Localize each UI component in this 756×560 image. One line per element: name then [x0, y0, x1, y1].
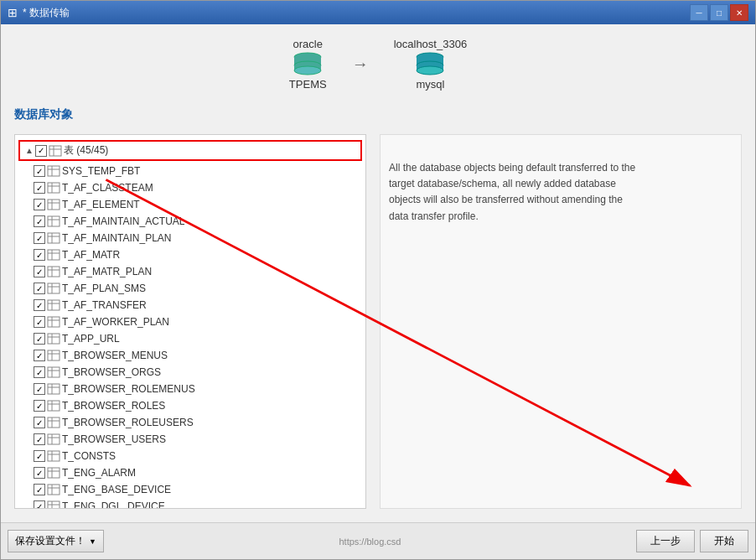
- root-table-icon: [49, 145, 62, 157]
- item-checkbox-0[interactable]: [34, 165, 45, 177]
- item-checkbox-15[interactable]: [34, 417, 45, 428]
- item-checkbox-14[interactable]: [34, 400, 45, 412]
- item-label-15: T_BROWSER_ROLEUSERS: [62, 417, 194, 428]
- svg-rect-10: [49, 146, 61, 156]
- item-checkbox-1[interactable]: [34, 182, 45, 194]
- source-db-name: oracle: [289, 38, 327, 50]
- item-label-8: T_AF_TRANSFER: [62, 299, 147, 311]
- list-item[interactable]: T_BROWSER_ROLES: [30, 397, 365, 414]
- item-icon-10: [47, 333, 60, 345]
- item-icon-6: [47, 266, 60, 277]
- list-item[interactable]: T_ENG_DGL_DEVICE: [30, 498, 365, 508]
- list-item[interactable]: T_BROWSER_ROLEMENUS: [30, 381, 365, 397]
- tree-area[interactable]: ▲ 表 (45/45): [15, 135, 365, 508]
- target-db-name: localhost_3306: [394, 38, 467, 50]
- save-settings-label: 保存设置文件！: [15, 534, 85, 548]
- root-checkbox[interactable]: [35, 145, 47, 157]
- item-checkbox-20[interactable]: [34, 500, 45, 508]
- footer: 保存设置文件！ ▼ https://blog.csd 上一步 开始: [1, 522, 755, 559]
- prev-button[interactable]: 上一步: [636, 530, 695, 552]
- item-label-10: T_APP_URL: [62, 333, 120, 345]
- item-icon-8: [47, 299, 60, 311]
- target-connection: localhost_3306 mysql: [394, 38, 467, 91]
- maximize-button[interactable]: □: [710, 4, 728, 21]
- item-checkbox-18[interactable]: [34, 467, 45, 479]
- tree-panel: ▲ 表 (45/45): [14, 134, 366, 509]
- svg-rect-43: [48, 334, 60, 344]
- list-item[interactable]: T_AF_MATR: [30, 246, 365, 263]
- item-label-18: T_ENG_ALARM: [62, 467, 136, 479]
- tree-root: ▲ 表 (45/45): [15, 138, 365, 508]
- list-item[interactable]: T_AF_WORKER_PLAN: [30, 314, 365, 330]
- list-item[interactable]: SYS_TEMP_FBT: [30, 163, 365, 179]
- list-item[interactable]: T_BROWSER_USERS: [30, 431, 365, 448]
- svg-rect-67: [48, 468, 60, 478]
- item-checkbox-2[interactable]: [34, 199, 45, 210]
- list-item[interactable]: T_AF_TRANSFER: [30, 297, 365, 314]
- list-item[interactable]: T_ENG_ALARM: [30, 464, 365, 481]
- svg-rect-40: [48, 317, 60, 327]
- title-icon: ⊞: [8, 6, 18, 19]
- expand-icon[interactable]: ▲: [23, 145, 35, 157]
- item-checkbox-10[interactable]: [34, 333, 45, 345]
- save-settings-button[interactable]: 保存设置文件！ ▼: [8, 530, 104, 552]
- item-label-4: T_AF_MAINTAIN_PLAN: [62, 232, 171, 244]
- item-checkbox-19[interactable]: [34, 484, 45, 495]
- list-item[interactable]: T_AF_PLAN_SMS: [30, 280, 365, 297]
- item-checkbox-13[interactable]: [34, 383, 45, 395]
- svg-rect-52: [48, 384, 60, 394]
- list-item[interactable]: T_BROWSER_MENUS: [30, 347, 365, 364]
- item-checkbox-8[interactable]: [34, 299, 45, 311]
- list-item[interactable]: T_AF_CLASSTEAM: [30, 179, 365, 196]
- item-label-6: T_AF_MATR_PLAN: [62, 266, 152, 277]
- svg-rect-46: [48, 350, 60, 360]
- item-checkbox-3[interactable]: [34, 215, 45, 227]
- footer-right: 上一步 开始: [636, 530, 748, 552]
- item-label-19: T_ENG_BASE_DEVICE: [62, 484, 171, 495]
- list-item[interactable]: T_CONSTS: [30, 448, 365, 464]
- item-label-0: SYS_TEMP_FBT: [62, 165, 140, 177]
- list-item[interactable]: T_BROWSER_ORGS: [30, 364, 365, 381]
- list-item[interactable]: T_ENG_BASE_DEVICE: [30, 481, 365, 498]
- item-checkbox-6[interactable]: [34, 266, 45, 277]
- svg-rect-58: [48, 417, 60, 428]
- item-checkbox-16[interactable]: [34, 433, 45, 445]
- list-item[interactable]: T_AF_ELEMENT: [30, 196, 365, 213]
- list-item[interactable]: T_AF_MAINTAIN_ACTUAL: [30, 213, 365, 230]
- list-item[interactable]: T_AF_MAINTAIN_PLAN: [30, 230, 365, 246]
- start-button[interactable]: 开始: [700, 530, 748, 552]
- watermark-text: https://blog.csd: [339, 537, 401, 547]
- item-label-3: T_AF_MAINTAIN_ACTUAL: [62, 215, 184, 227]
- item-checkbox-12[interactable]: [34, 366, 45, 378]
- list-item[interactable]: T_BROWSER_ROLEUSERS: [30, 414, 365, 431]
- svg-rect-25: [48, 233, 60, 243]
- item-checkbox-11[interactable]: [34, 350, 45, 361]
- item-label-13: T_BROWSER_ROLEMENUS: [62, 383, 195, 395]
- right-panel: All the database objects being default t…: [380, 134, 742, 509]
- source-connection: oracle TPEMS: [289, 38, 327, 91]
- item-icon-3: [47, 215, 60, 227]
- dropdown-arrow-icon: ▼: [89, 537, 96, 546]
- item-label-11: T_BROWSER_MENUS: [62, 350, 168, 361]
- list-item[interactable]: T_APP_URL: [30, 330, 365, 347]
- item-checkbox-7[interactable]: [34, 283, 45, 294]
- svg-point-4: [294, 66, 321, 75]
- svg-rect-13: [48, 166, 60, 176]
- tree-root-node[interactable]: ▲ 表 (45/45): [18, 140, 362, 161]
- svg-rect-16: [48, 183, 60, 193]
- close-button[interactable]: ✕: [730, 4, 748, 21]
- svg-rect-31: [48, 267, 60, 277]
- list-item[interactable]: T_AF_MATR_PLAN: [30, 263, 365, 280]
- footer-left: 保存设置文件！ ▼: [8, 530, 104, 552]
- target-db-icon: [415, 52, 445, 75]
- item-label-16: T_BROWSER_USERS: [62, 433, 166, 445]
- item-checkbox-17[interactable]: [34, 450, 45, 462]
- item-label-20: T_ENG_DGL_DEVICE: [62, 500, 165, 508]
- item-checkbox-9[interactable]: [34, 316, 45, 328]
- source-schema-name: TPEMS: [289, 78, 327, 91]
- section-title: 数据库对象: [14, 107, 742, 126]
- minimize-button[interactable]: ─: [690, 4, 708, 21]
- item-checkbox-4[interactable]: [34, 232, 45, 244]
- svg-rect-55: [48, 401, 60, 411]
- item-checkbox-5[interactable]: [34, 249, 45, 261]
